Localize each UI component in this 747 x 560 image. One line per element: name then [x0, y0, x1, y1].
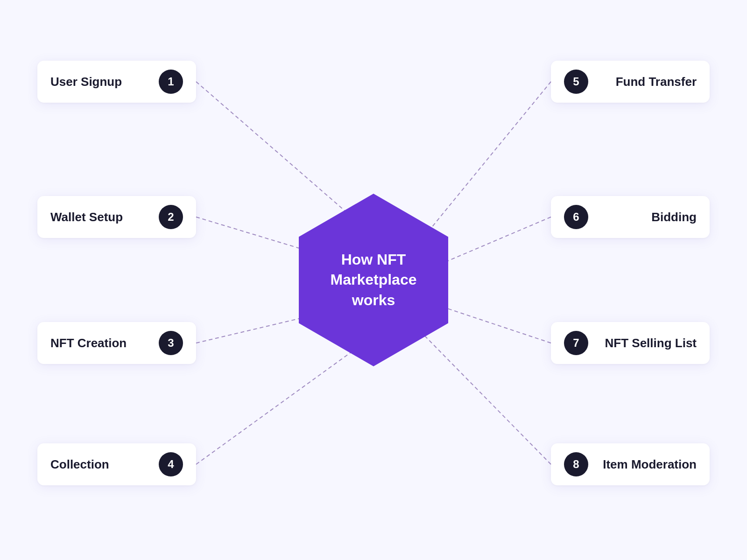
badge-1: 1: [159, 70, 183, 94]
badge-5: 5: [564, 70, 588, 94]
center-text: How NFT Marketplace works: [321, 240, 426, 320]
card-item-moderation: Item Moderation 8: [551, 443, 710, 485]
badge-8: 8: [564, 452, 588, 476]
card-collection: Collection 4: [37, 443, 196, 485]
card-nft-creation: NFT Creation 3: [37, 322, 196, 364]
badge-2: 2: [159, 205, 183, 229]
badge-3: 3: [159, 331, 183, 355]
card-user-signup: User Signup 1: [37, 61, 196, 103]
diagram-container: How NFT Marketplace works User Signup 1 …: [23, 23, 724, 537]
card-label-4: Collection: [50, 457, 109, 472]
card-bidding: Bidding 6: [551, 196, 710, 238]
card-label-8: Item Moderation: [603, 457, 697, 472]
center-hexagon: How NFT Marketplace works: [299, 194, 448, 366]
badge-6: 6: [564, 205, 588, 229]
card-label-6: Bidding: [651, 210, 697, 224]
card-label-7: NFT Selling List: [605, 336, 697, 350]
card-label-3: NFT Creation: [50, 336, 127, 350]
card-fund-transfer: Fund Transfer 5: [551, 61, 710, 103]
card-nft-selling-list: NFT Selling List 7: [551, 322, 710, 364]
card-wallet-setup: Wallet Setup 2: [37, 196, 196, 238]
card-label-2: Wallet Setup: [50, 210, 123, 224]
card-label-5: Fund Transfer: [616, 75, 697, 89]
card-label-1: User Signup: [50, 75, 122, 89]
badge-7: 7: [564, 331, 588, 355]
badge-4: 4: [159, 452, 183, 476]
